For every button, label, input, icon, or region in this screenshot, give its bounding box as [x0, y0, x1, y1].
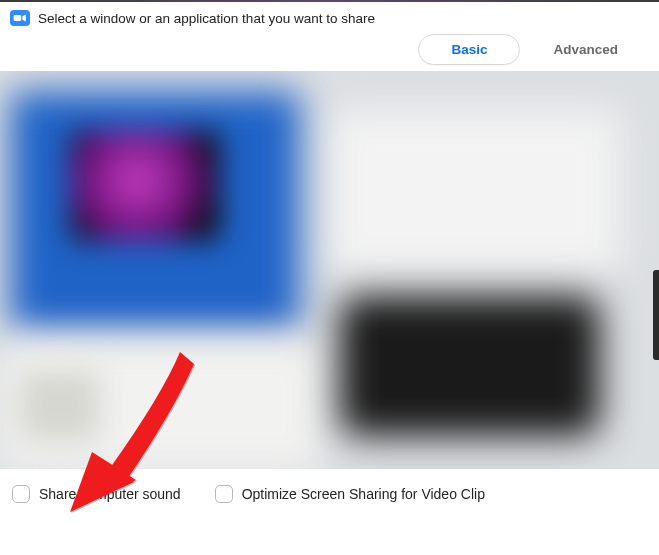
dialog-header: Select a window or an application that y…	[0, 2, 659, 32]
share-preview-grid[interactable]	[0, 71, 659, 469]
tabs-container: Basic Advanced	[0, 32, 659, 65]
tab-advanced-label: Advanced	[553, 42, 618, 57]
zoom-app-icon	[10, 10, 30, 26]
optimize-video-label: Optimize Screen Sharing for Video Clip	[242, 486, 485, 502]
checkbox-box	[215, 485, 233, 503]
window-thumbnail[interactable]	[330, 111, 620, 271]
optimize-video-clip-checkbox[interactable]: Optimize Screen Sharing for Video Clip	[215, 485, 485, 503]
dialog-footer: Share computer sound Optimize Screen Sha…	[0, 469, 659, 513]
share-sound-label: Share computer sound	[39, 486, 181, 502]
share-computer-sound-checkbox[interactable]: Share computer sound	[12, 485, 181, 503]
tab-advanced[interactable]: Advanced	[520, 34, 651, 65]
tab-basic-label: Basic	[451, 42, 487, 57]
dialog-title: Select a window or an application that y…	[38, 11, 375, 26]
window-thumbnail-content	[70, 131, 220, 241]
window-thumbnail-content	[20, 371, 100, 441]
tab-basic[interactable]: Basic	[418, 34, 520, 65]
checkbox-box	[12, 485, 30, 503]
window-thumbnail[interactable]	[340, 296, 600, 436]
svg-rect-0	[14, 15, 22, 21]
scrollbar-thumb[interactable]	[653, 270, 659, 360]
